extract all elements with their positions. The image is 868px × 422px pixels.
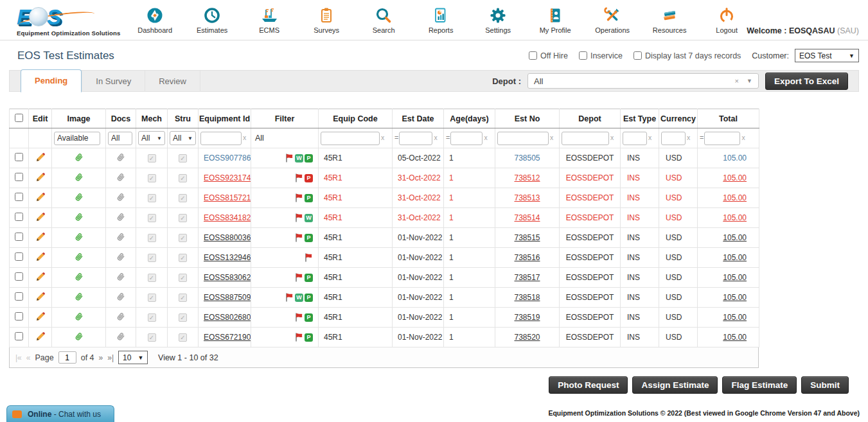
total-link[interactable]: 105.00 xyxy=(723,173,747,182)
row-checkbox[interactable] xyxy=(15,292,23,301)
image-paperclip-icon[interactable] xyxy=(74,212,84,224)
tab-in-survey[interactable]: In Survey xyxy=(82,71,145,92)
equipment-id-link[interactable]: EOSS9077863 xyxy=(204,154,251,163)
clear-filter-icon[interactable]: x xyxy=(381,134,384,141)
nav-item-my-profile[interactable]: My Profile xyxy=(535,6,575,34)
equipment-id-link[interactable]: EOSS8026806 xyxy=(204,313,251,322)
edit-pencil-icon[interactable] xyxy=(35,192,46,204)
row-checkbox[interactable] xyxy=(15,193,23,201)
clear-filter-icon[interactable]: x xyxy=(550,134,553,141)
clear-filter-icon[interactable]: x xyxy=(687,134,690,141)
inservice-checkbox-group[interactable]: Inservice xyxy=(579,51,623,60)
image-filter-input[interactable] xyxy=(54,132,100,145)
flag-estimate-button[interactable]: Flag Estimate xyxy=(722,376,797,394)
edit-pencil-icon[interactable] xyxy=(35,331,46,344)
image-paperclip-icon[interactable] xyxy=(74,272,84,284)
edit-pencil-icon[interactable] xyxy=(35,232,46,244)
filter-column-filter[interactable]: All xyxy=(253,134,264,143)
row-checkbox[interactable] xyxy=(15,153,23,161)
nav-item-estimates[interactable]: Estimates xyxy=(192,6,232,34)
nav-item-dashboard[interactable]: Dashboard xyxy=(135,6,175,34)
brand-logo[interactable]: E S Equipment Optimization Solutions xyxy=(0,5,126,37)
equipment-id-link[interactable]: EOSS9231744 xyxy=(204,173,251,182)
total-link[interactable]: 105.00 xyxy=(723,313,747,322)
docs-paperclip-icon[interactable] xyxy=(116,331,126,344)
row-checkbox[interactable] xyxy=(15,213,23,221)
equipment-id-link[interactable]: EOSS8157210 xyxy=(204,193,251,202)
clear-filter-icon[interactable]: x xyxy=(434,134,437,141)
currency-filter-input[interactable] xyxy=(661,132,686,145)
image-paperclip-icon[interactable] xyxy=(74,172,84,184)
clear-filter-icon[interactable]: x xyxy=(648,134,651,141)
docs-paperclip-icon[interactable] xyxy=(116,152,126,164)
edit-pencil-icon[interactable] xyxy=(35,212,46,224)
image-paperclip-icon[interactable] xyxy=(74,192,84,204)
est-no-link[interactable]: 738514 xyxy=(514,213,540,222)
age-filter-input[interactable] xyxy=(450,132,483,145)
docs-paperclip-icon[interactable] xyxy=(116,292,126,304)
depot-select[interactable]: All × ▼ xyxy=(527,73,759,89)
nav-item-operations[interactable]: Operations xyxy=(592,6,632,34)
select-all-checkbox[interactable] xyxy=(15,114,23,122)
docs-paperclip-icon[interactable] xyxy=(116,172,126,184)
edit-pencil-icon[interactable] xyxy=(35,312,46,324)
next-page-icon[interactable]: » xyxy=(99,353,103,362)
customer-select[interactable]: EOS Test ▼ xyxy=(795,49,859,62)
page-number-input[interactable] xyxy=(58,351,76,364)
edit-pencil-icon[interactable] xyxy=(35,152,46,164)
image-paperclip-icon[interactable] xyxy=(74,312,84,324)
total-link[interactable]: 105.00 xyxy=(723,253,747,262)
last7days-checkbox[interactable] xyxy=(633,51,642,60)
off-hire-checkbox-group[interactable]: Off Hire xyxy=(529,51,568,60)
nav-item-settings[interactable]: Settings xyxy=(478,6,518,34)
row-checkbox[interactable] xyxy=(15,312,23,321)
image-paperclip-icon[interactable] xyxy=(74,252,84,264)
first-page-icon[interactable]: |« xyxy=(15,353,22,362)
nav-item-search[interactable]: Search xyxy=(364,6,403,34)
docs-paperclip-icon[interactable] xyxy=(116,312,126,324)
total-link[interactable]: 105.00 xyxy=(723,193,747,202)
equipment-id-link[interactable]: EOSS8800369 xyxy=(204,233,251,242)
equipment-id-link[interactable]: EOSS8341824 xyxy=(204,213,251,222)
depot-filter-input[interactable] xyxy=(562,132,609,145)
prev-page-icon[interactable]: « xyxy=(26,353,31,362)
clear-filter-icon[interactable]: x xyxy=(484,134,487,141)
image-paperclip-icon[interactable] xyxy=(74,152,84,164)
clear-icon[interactable]: × xyxy=(735,77,739,85)
clear-filter-icon[interactable]: x xyxy=(741,134,745,141)
total-link[interactable]: 105.00 xyxy=(723,273,747,282)
stru-filter-select[interactable]: All▼ xyxy=(170,131,196,145)
est-type-filter-input[interactable] xyxy=(623,132,647,145)
nav-item-reports[interactable]: Reports xyxy=(421,6,461,34)
est-no-link[interactable]: 738515 xyxy=(514,233,540,242)
row-checkbox[interactable] xyxy=(15,252,23,261)
edit-pencil-icon[interactable] xyxy=(35,292,46,304)
row-checkbox[interactable] xyxy=(15,173,23,181)
mech-filter-select[interactable]: All▼ xyxy=(138,131,165,145)
equipment-id-filter-input[interactable] xyxy=(200,132,242,145)
chat-widget[interactable]: Online - Chat with us xyxy=(6,405,114,422)
image-paperclip-icon[interactable] xyxy=(74,292,84,304)
total-link[interactable]: 105.00 xyxy=(723,213,747,222)
total-link[interactable]: 105.00 xyxy=(723,233,747,242)
assign-estimate-button[interactable]: Assign Estimate xyxy=(632,376,718,394)
est-no-filter-input[interactable] xyxy=(497,132,549,145)
last7days-checkbox-group[interactable]: Display last 7 days records xyxy=(633,51,741,60)
est-date-filter-input[interactable] xyxy=(399,132,432,145)
edit-pencil-icon[interactable] xyxy=(35,252,46,264)
equipment-id-link[interactable]: EOSS8875090 xyxy=(204,293,251,302)
equipment-id-link[interactable]: EOSS6721907 xyxy=(204,333,251,342)
equipment-id-link[interactable]: EOSS1329468 xyxy=(204,253,251,262)
clear-filter-icon[interactable]: x xyxy=(243,134,246,141)
total-link[interactable]: 105.00 xyxy=(723,293,747,302)
row-checkbox[interactable] xyxy=(15,272,23,281)
off-hire-checkbox[interactable] xyxy=(529,51,537,60)
est-no-link[interactable]: 738513 xyxy=(514,193,540,202)
docs-paperclip-icon[interactable] xyxy=(116,192,126,204)
total-link[interactable]: 105.00 xyxy=(723,333,747,342)
tab-review[interactable]: Review xyxy=(145,71,200,92)
est-no-link[interactable]: 738519 xyxy=(514,313,540,322)
nav-item-logout[interactable]: Logout xyxy=(707,6,747,34)
submit-button[interactable]: Submit xyxy=(801,376,849,394)
est-no-link[interactable]: 738520 xyxy=(514,333,540,342)
